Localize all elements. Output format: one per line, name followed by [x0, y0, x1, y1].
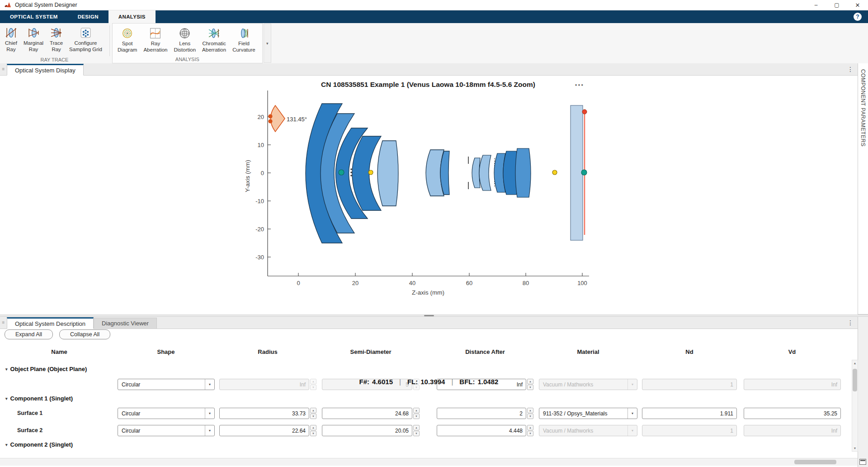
toolbar-overflow-button[interactable]: ▾ [264, 24, 271, 63]
tab-optical-system-description[interactable]: Optical System Description [7, 317, 94, 329]
chief-ray-button[interactable]: Chief Ray [2, 25, 20, 54]
spinner-down-button[interactable]: ▼ [310, 431, 316, 436]
image-point-marker[interactable] [582, 110, 587, 114]
component-parameters-panel[interactable]: COMPONENT PARAMETERS [858, 63, 868, 315]
ray-aberration-button[interactable]: Ray Aberration [140, 26, 170, 54]
spinner-down-button[interactable]: ▼ [527, 414, 533, 419]
table-vertical-scrollbar[interactable]: ▲ ▼ [852, 360, 858, 452]
field-curvature-button[interactable]: Field Curvature [229, 26, 259, 54]
group-row-component-1-singlet-[interactable]: ▾Component 1 (Singlet) [5, 395, 73, 402]
chevron-down-icon[interactable]: ▾ [205, 408, 214, 419]
maximize-button[interactable]: ▢ [826, 0, 847, 10]
status-value: 10.3994 [420, 378, 445, 386]
collapse-caret-icon[interactable]: ▾ [5, 367, 8, 372]
radius-spinner[interactable]: 33.73▲▼ [219, 408, 316, 419]
column-header-radius: Radius [258, 348, 277, 355]
spinner-up-button[interactable]: ▲ [527, 408, 533, 413]
field-of-view-fan[interactable] [271, 105, 285, 132]
panel-grip[interactable]: ≡ [0, 67, 7, 71]
spinner-down-button[interactable]: ▼ [527, 431, 533, 436]
sampling-grid-button[interactable]: Configure Sampling Grid [66, 25, 105, 54]
spinner-down-button[interactable]: ▼ [413, 431, 420, 436]
spinner-down-button[interactable]: ▼ [413, 414, 420, 419]
collapse-caret-icon[interactable]: ▾ [5, 443, 8, 447]
surface-marker[interactable] [552, 170, 557, 175]
help-icon[interactable]: ? [854, 13, 862, 21]
spinner-value-box[interactable]: 22.64 [219, 425, 309, 436]
distance-after-spinner[interactable]: 2▲▼ [437, 408, 533, 419]
scroll-up-icon[interactable]: ▲ [852, 360, 858, 366]
spinner-arrows: ▲▼ [413, 408, 420, 419]
axes-menu-icon[interactable]: ⋯ [575, 80, 584, 90]
field-point-marker[interactable] [268, 114, 272, 118]
distance-after-spinner[interactable]: 4.448▲▼ [437, 425, 533, 436]
expand-all-button[interactable]: Expand All [5, 329, 53, 339]
element-pivot-marker[interactable] [581, 170, 587, 175]
tab-optical-system-display[interactable]: Optical System Display [7, 64, 84, 76]
minimize-button[interactable]: – [806, 0, 826, 10]
ribbon-tab-design[interactable]: DESIGN [68, 10, 108, 23]
splitter-handle[interactable] [424, 315, 434, 316]
dropdown-box[interactable]: Circular▾ [118, 408, 215, 419]
table-horizontal-scrollbar[interactable] [0, 458, 858, 466]
spot-diagram-button[interactable]: Spot Diagram [114, 26, 140, 54]
spinner-value-box[interactable]: 4.448 [437, 425, 526, 436]
column-header-semi-diameter: Semi-Diameter [350, 348, 391, 355]
lens-element-9[interactable] [479, 155, 491, 191]
spinner-value-box[interactable]: 2 [437, 408, 526, 419]
dropdown-box[interactable]: 911-352 / Opsys_Materials▾ [539, 408, 637, 419]
lens-distortion-button[interactable]: Lens Distortion [171, 26, 199, 54]
lens-element-5[interactable] [377, 141, 398, 206]
field-point-marker[interactable] [268, 119, 272, 123]
spinner-up-button[interactable]: ▲ [413, 425, 420, 430]
scroll-down-icon[interactable]: ▼ [852, 445, 858, 451]
marginal-ray-button[interactable]: Marginal Ray [20, 25, 47, 54]
lens-element-8[interactable] [472, 158, 480, 188]
spinner-up-button[interactable]: ▲ [527, 425, 533, 430]
semi-diameter-spinner[interactable]: 20.05▲▼ [322, 425, 420, 436]
status-label: F#: [359, 378, 370, 386]
close-button[interactable]: ✕ [847, 0, 868, 10]
surface-marker[interactable] [368, 170, 373, 175]
semi-diameter-spinner[interactable]: 24.68▲▼ [322, 408, 420, 419]
trace-ray-button[interactable]: Trace Ray [47, 25, 66, 54]
element-menu-dots[interactable] [350, 168, 352, 170]
element-pivot-marker[interactable] [339, 170, 344, 175]
element-menu-dots[interactable] [350, 172, 352, 173]
value-box[interactable]: 35.25 [744, 408, 841, 419]
value-box[interactable]: 1.911 [642, 408, 737, 419]
collapse-all-button[interactable]: Collapse All [59, 329, 110, 339]
tab-diagnostic-viewer[interactable]: Diagnostic Viewer [94, 318, 157, 329]
spinner-up-button[interactable]: ▲ [310, 425, 316, 430]
spinner-up-button[interactable]: ▲ [413, 408, 420, 413]
material-dropdown[interactable]: 911-352 / Opsys_Materials▾ [539, 408, 637, 419]
collapse-caret-icon[interactable]: ▾ [5, 396, 8, 401]
panel-menu-icon[interactable]: ⋮ [843, 319, 858, 326]
radius-spinner[interactable]: 22.64▲▼ [219, 425, 316, 436]
lens-element-4[interactable] [352, 136, 381, 210]
chevron-down-icon[interactable]: ▾ [205, 425, 214, 436]
sensor-plane[interactable] [571, 105, 583, 240]
group-row-component-2-singlet-[interactable]: ▾Component 2 (Singlet) [5, 441, 73, 448]
panel-grip[interactable]: ≡ [0, 320, 7, 325]
spinner-value-box[interactable]: 24.68 [322, 408, 412, 419]
element-menu-dots[interactable] [350, 175, 352, 176]
group-row-object-plane-object-plane-[interactable]: ▾Object Plane (Object Plane) [5, 366, 87, 372]
spinner-up-button[interactable]: ▲ [310, 408, 316, 413]
spinner-value-box[interactable]: 33.73 [219, 408, 309, 419]
vd-field[interactable]: 35.25 [744, 408, 841, 419]
ribbon-tab-optical-system[interactable]: OPTICAL SYSTEM [0, 10, 68, 23]
ribbon-tab-analysis[interactable]: ANALYSIS [108, 10, 156, 23]
lens-element-12[interactable] [515, 148, 531, 197]
dropdown-box[interactable]: Circular▾ [118, 425, 215, 436]
dock-icon[interactable] [859, 459, 866, 465]
shape-dropdown[interactable]: Circular▾ [118, 425, 215, 436]
spinner-down-button[interactable]: ▼ [310, 414, 316, 419]
nd-field[interactable]: 1.911 [642, 408, 737, 419]
shape-dropdown[interactable]: Circular▾ [118, 408, 215, 419]
panel-menu-icon[interactable]: ⋮ [843, 66, 858, 73]
chevron-down-icon[interactable]: ▾ [627, 408, 637, 419]
spinner-value-box[interactable]: 20.05 [322, 425, 412, 436]
scroll-thumb[interactable] [794, 460, 836, 464]
chromatic-aberration-button[interactable]: Chromatic Aberration [199, 26, 229, 54]
